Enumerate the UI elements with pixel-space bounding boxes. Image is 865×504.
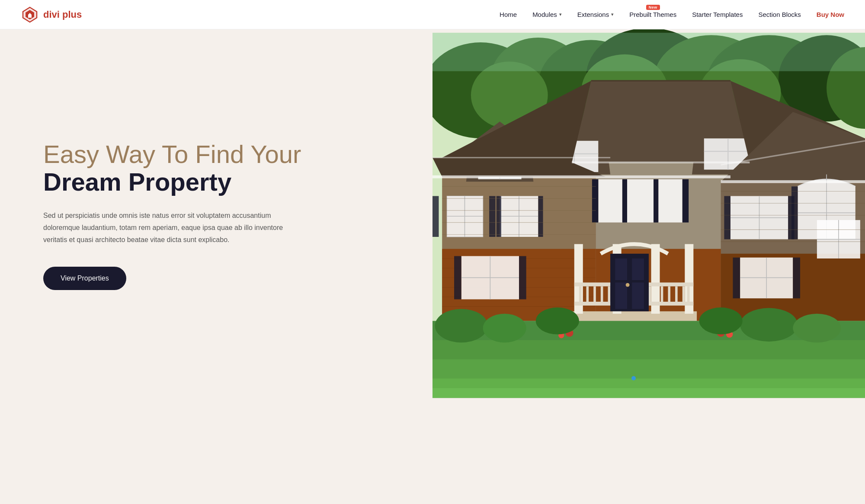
svg-rect-69 xyxy=(615,258,627,280)
nav-buy-now[interactable]: Buy Now xyxy=(817,11,844,18)
new-badge: New xyxy=(646,5,660,10)
nav-home[interactable]: Home xyxy=(500,11,517,18)
svg-rect-95 xyxy=(454,256,461,299)
svg-rect-77 xyxy=(592,179,598,223)
svg-rect-70 xyxy=(632,258,644,280)
svg-rect-91 xyxy=(538,196,543,237)
svg-point-130 xyxy=(699,307,743,334)
svg-rect-57 xyxy=(608,286,611,302)
svg-rect-131 xyxy=(432,175,730,179)
hero-content: Easy Way To Find Your Dream Property Sed… xyxy=(0,29,432,401)
svg-rect-63 xyxy=(661,286,663,302)
nav-extensions[interactable]: Extensions xyxy=(577,11,614,18)
nav-starter-templates[interactable]: Starter Templates xyxy=(692,11,743,18)
svg-rect-53 xyxy=(579,286,582,302)
svg-rect-67 xyxy=(687,286,690,302)
svg-rect-78 xyxy=(622,179,627,223)
svg-rect-74 xyxy=(598,179,622,223)
hero-description: Sed ut perspiciatis unde omnis iste natu… xyxy=(43,210,285,246)
svg-rect-71 xyxy=(615,283,627,309)
svg-rect-104 xyxy=(791,186,798,239)
svg-rect-76 xyxy=(658,179,682,223)
nav-section-blocks[interactable]: Section Blocks xyxy=(758,11,801,18)
logo-text: divi plus xyxy=(43,9,82,20)
nav-prebuilt-themes-wrapper: New Prebuilt Themes xyxy=(629,11,676,19)
svg-rect-75 xyxy=(627,179,654,223)
svg-rect-54 xyxy=(586,286,589,302)
nav-prebuilt-themes[interactable]: Prebuilt Themes xyxy=(629,11,676,18)
svg-rect-62 xyxy=(649,286,651,302)
hero-section: Easy Way To Find Your Dream Property Sed… xyxy=(0,29,865,401)
svg-rect-109 xyxy=(793,258,800,298)
svg-point-121 xyxy=(435,309,488,343)
svg-rect-90 xyxy=(497,196,501,237)
svg-point-73 xyxy=(626,283,630,287)
svg-rect-72 xyxy=(632,283,644,309)
svg-rect-80 xyxy=(682,179,689,223)
nav-modules[interactable]: Modules xyxy=(532,11,562,18)
svg-point-122 xyxy=(483,314,526,343)
svg-rect-100 xyxy=(724,196,730,239)
svg-rect-86 xyxy=(489,196,495,237)
svg-rect-120 xyxy=(432,388,865,398)
svg-rect-65 xyxy=(675,286,678,302)
hero-headline: Easy Way To Find Your Dream Property xyxy=(43,140,398,196)
hero-image-container xyxy=(432,29,865,401)
svg-rect-108 xyxy=(733,258,740,298)
house-image xyxy=(432,29,865,401)
dot-indicator xyxy=(631,376,636,380)
svg-rect-66 xyxy=(682,286,685,302)
hero-image-area xyxy=(432,29,865,401)
svg-rect-85 xyxy=(432,196,439,237)
svg-rect-55 xyxy=(593,286,596,302)
hero-headline-line2: Dream Property xyxy=(43,168,398,196)
svg-rect-132 xyxy=(721,180,865,183)
svg-point-123 xyxy=(740,308,798,341)
svg-rect-79 xyxy=(654,179,658,223)
hero-headline-line1: Easy Way To Find Your xyxy=(43,140,398,168)
svg-point-124 xyxy=(793,314,841,343)
hero-cta-button[interactable]: View Properties xyxy=(43,267,126,290)
logo[interactable]: divi plus xyxy=(21,6,82,24)
svg-rect-56 xyxy=(601,286,603,302)
svg-rect-96 xyxy=(519,256,526,299)
svg-point-129 xyxy=(536,307,579,334)
site-header: divi plus Home Modules Extensions New Pr… xyxy=(0,0,865,29)
svg-rect-64 xyxy=(668,286,670,302)
svg-rect-13 xyxy=(432,33,865,71)
main-nav: Home Modules Extensions New Prebuilt The… xyxy=(500,11,844,19)
logo-icon xyxy=(21,6,39,24)
